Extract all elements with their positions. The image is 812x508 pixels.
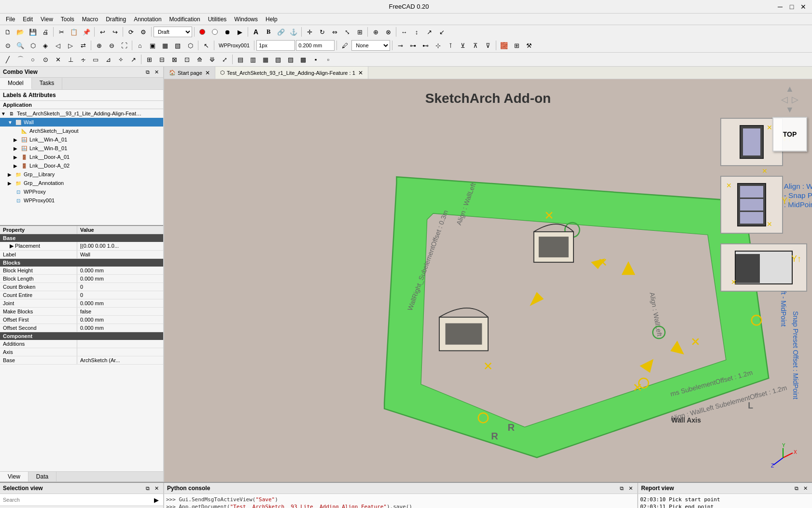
new-btn[interactable]: 🗋	[2, 26, 14, 38]
tree-item-doc[interactable]: ▼ 🗎 Test__ArchSketch__93_r1_Lite_Adding-…	[0, 109, 163, 118]
prop-val-make-blocks[interactable]: false	[77, 308, 163, 315]
snap-tool3[interactable]: ⊷	[420, 40, 431, 51]
snap-tool6[interactable]: ⊻	[457, 40, 469, 51]
maximize-button[interactable]: □	[787, 2, 797, 12]
dim3-btn[interactable]: ↗	[423, 26, 435, 38]
zoom-out-btn[interactable]: ⊖	[106, 40, 117, 51]
zoom-in-btn[interactable]: ⊕	[93, 40, 105, 51]
layer-tool4[interactable]: ▧	[272, 54, 284, 65]
layer-tool1[interactable]: ▤	[235, 54, 246, 65]
view-front-btn[interactable]: ▦	[159, 40, 171, 51]
layer-tool3[interactable]: ▦	[260, 54, 271, 65]
selection-close-btn[interactable]: ✕	[153, 484, 160, 492]
anchor-btn[interactable]: ⚓	[288, 26, 299, 38]
prop-val-offset-first[interactable]: 0.000 mm	[77, 316, 163, 324]
menu-drafting[interactable]: Drafting	[102, 15, 130, 24]
tab-model[interactable]: Model	[0, 78, 32, 89]
undo-btn[interactable]: ↩	[97, 26, 108, 38]
none-selector[interactable]: None	[351, 40, 390, 51]
tree-item-door-a2[interactable]: ▶ 🚪 Lnk__Door-A_02	[0, 161, 163, 170]
menu-annotation[interactable]: Annotation	[130, 15, 165, 24]
tree-item-wpproxy001[interactable]: ▶ ⊡ WPProxy001	[0, 196, 163, 205]
layer-tool5[interactable]: ▨	[285, 54, 296, 65]
open-btn[interactable]: 📂	[14, 26, 26, 38]
text-A-btn[interactable]: A	[250, 26, 262, 38]
snap-tool8[interactable]: ⊽	[482, 40, 494, 51]
move-btn[interactable]: ✛	[304, 26, 315, 38]
minimize-button[interactable]: ─	[775, 2, 785, 12]
nav-cube[interactable]: TOP	[772, 117, 807, 152]
tree-item-grp-ann[interactable]: ▶ 📁 Grp__Annotation	[0, 179, 163, 187]
nav-next-btn[interactable]: ▷	[65, 40, 76, 51]
nav-prev-btn[interactable]: ◁	[52, 40, 64, 51]
cut-btn[interactable]: ✂	[56, 26, 67, 38]
menu-windows[interactable]: Windows	[230, 15, 262, 24]
draw-tool8[interactable]: ▭	[90, 54, 101, 65]
workbench-selector[interactable]: Draft	[154, 27, 192, 37]
mod-tool6[interactable]: ⟱	[206, 54, 218, 65]
mod-tool7[interactable]: ⤢	[219, 54, 230, 65]
print-btn[interactable]: 🖨	[40, 26, 51, 38]
prop-val-placement[interactable]: [(0.00 0.00 1.0...	[77, 242, 163, 250]
nav-left-btn[interactable]: ◁	[781, 94, 788, 105]
snap-tool5[interactable]: ⊺	[445, 40, 456, 51]
tree-item-win-a[interactable]: ▶ 🪟 Lnk__Win-A_01	[0, 135, 163, 144]
python-close-btn[interactable]: ✕	[627, 484, 634, 492]
color-pick-btn[interactable]: 🖊	[339, 40, 350, 51]
nav-up-btn[interactable]: ▲	[785, 84, 794, 94]
mod-tool3[interactable]: ⊠	[168, 54, 180, 65]
nav-right-btn[interactable]: ▷	[792, 94, 798, 105]
tree-item-win-b[interactable]: ▶ 🪟 Lnk__Win-B_01	[0, 144, 163, 153]
tab-data[interactable]: Data	[28, 472, 56, 481]
draw-tool6[interactable]: ⊥	[65, 54, 76, 65]
draw-tool9[interactable]: ⊿	[102, 54, 114, 65]
snap1-btn[interactable]: ⊕	[370, 26, 381, 38]
snap-tool2[interactable]: ⊶	[407, 40, 419, 51]
view-home-btn[interactable]: ⌂	[134, 40, 146, 51]
pointer-btn[interactable]: ↖	[200, 40, 212, 51]
selection-float-btn[interactable]: ⧉	[144, 484, 152, 492]
mod-tool1[interactable]: ⊞	[143, 54, 155, 65]
tab-view[interactable]: View	[0, 472, 28, 481]
tree-item-grp-lib[interactable]: ▶ 📁 Grp__Library	[0, 170, 163, 179]
view-top-btn[interactable]: ▣	[147, 40, 158, 51]
combo-float-btn[interactable]: ⧉	[144, 68, 152, 76]
draw-tool4[interactable]: ⊙	[40, 54, 51, 65]
tree-item-wpproxy[interactable]: ▶ ⊡ WPProxy	[0, 187, 163, 196]
scale-input[interactable]	[296, 40, 335, 51]
arch-tool3[interactable]: ⚒	[523, 40, 535, 51]
prop-val-label[interactable]: Wall	[77, 251, 163, 258]
record-btn[interactable]: ⏺	[222, 26, 233, 38]
search-input[interactable]	[2, 496, 152, 504]
menu-modification[interactable]: Modification	[166, 15, 204, 24]
menu-help[interactable]: Help	[262, 15, 281, 24]
draw-tool11[interactable]: ↗	[127, 54, 139, 65]
tab-startpage[interactable]: 🏠 Start page ✕	[164, 67, 215, 79]
close-button[interactable]: ✕	[798, 2, 808, 12]
layer-tool7[interactable]: ▪	[310, 54, 322, 65]
zoom-sel-btn[interactable]: 🔍	[14, 40, 26, 51]
dim1-btn[interactable]: ↔	[398, 26, 410, 38]
python-float-btn[interactable]: ⧉	[618, 484, 626, 492]
tab-startpage-close[interactable]: ✕	[205, 70, 210, 76]
draw-tool2[interactable]: ⌒	[14, 54, 26, 65]
color-red-btn[interactable]	[196, 26, 208, 38]
nav-down-btn[interactable]: ▼	[785, 105, 794, 115]
tree-item-layout[interactable]: ▶ 📐 ArchSketch__Layout	[0, 127, 163, 135]
dim2-btn[interactable]: ↕	[411, 26, 422, 38]
draw-tool10[interactable]: ⟡	[115, 54, 126, 65]
link-btn[interactable]: 🔗	[275, 26, 287, 38]
snap2-btn[interactable]: ⊗	[382, 26, 394, 38]
view-cube-btn[interactable]: ⬡	[27, 40, 39, 51]
linewidth-input[interactable]	[256, 40, 295, 51]
macro-btn[interactable]: ⚙	[138, 26, 149, 38]
draw-tool1[interactable]: ╱	[2, 54, 14, 65]
draw-tool3[interactable]: ○	[27, 54, 39, 65]
prop-val-block-length[interactable]: 0.000 mm	[77, 275, 163, 282]
mirror-btn[interactable]: ⇔	[329, 26, 340, 38]
menu-tools[interactable]: Tools	[57, 15, 78, 24]
layer-tool8[interactable]: ▫	[322, 54, 334, 65]
viewport-canvas[interactable]: SketchArch Add-on ▲ ◁ ▷ ▼ TOP	[164, 79, 812, 482]
prop-val-offset-second[interactable]: 0.000 mm	[77, 324, 163, 332]
mod-tool2[interactable]: ⊟	[156, 54, 168, 65]
